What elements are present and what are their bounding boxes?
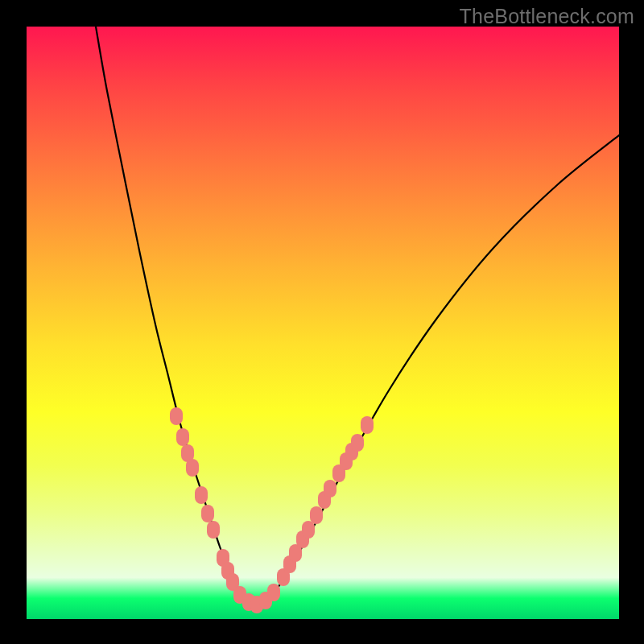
marker-dot [310,506,323,524]
watermark-text: TheBottleneck.com [460,5,634,28]
marker-group [170,407,374,613]
marker-dot [324,480,336,497]
marker-dot [186,459,199,477]
chart-svg [27,27,619,619]
bottleneck-curve [96,27,619,605]
marker-dot [207,521,220,539]
marker-dot [170,407,183,425]
marker-dot [302,521,315,539]
marker-dot [176,428,189,446]
marker-dot [361,416,374,434]
marker-dot [201,505,214,522]
marker-dot [351,434,364,452]
marker-dot [195,486,208,504]
chart-area [27,27,619,619]
marker-dot [267,584,280,601]
